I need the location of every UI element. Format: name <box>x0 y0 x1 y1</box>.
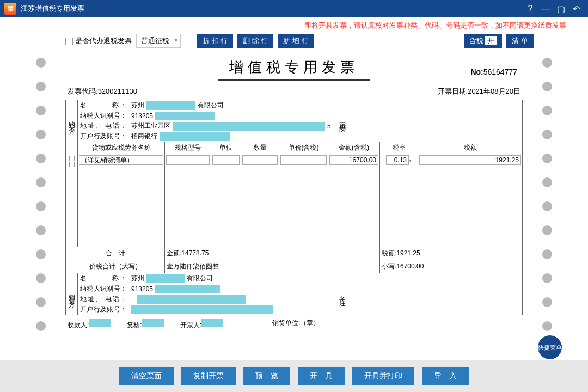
titlebar: 票 江苏增值税专用发票 ? — ▢ ↶ <box>0 0 588 17</box>
caps-value: 壹万陆仟柒佰圆整 <box>165 260 380 273</box>
seller-bank-mask <box>131 305 273 314</box>
warning-text: 即将开具发票，请认真核对发票种类、代码、号码是否一致，如不同请更换纸质发票 <box>0 17 588 32</box>
password-area <box>348 100 522 142</box>
remark-label: 备注 <box>336 273 348 315</box>
tax-type-select[interactable]: 普通征税 <box>136 34 181 48</box>
payee-mask <box>89 318 111 327</box>
items-body: ▾ <box>66 154 522 247</box>
preview-button[interactable]: 预 览 <box>243 367 290 385</box>
maximize-icon[interactable]: ▢ <box>553 1 568 16</box>
delete-row-button[interactable]: 删 除 行 <box>237 34 273 48</box>
total-tax: 税额:1921.25 <box>380 247 522 260</box>
invoice-title: 增值税专用发票 <box>65 52 523 79</box>
item-unit-input[interactable] <box>212 155 240 165</box>
item-tax-input[interactable] <box>419 155 521 165</box>
seller-side-label: 销售方 <box>66 273 78 315</box>
buyer-addr-mask <box>173 122 325 131</box>
password-area-label: 密码区 <box>336 100 348 142</box>
reviewer-mask <box>142 318 164 327</box>
caps-label: 价税合计（大写） <box>66 260 165 273</box>
seller-addr-mask <box>137 295 246 304</box>
bottom-bar: 清空票面 复制开票 预 览 开 具 开具并打印 导 入 <box>0 360 588 392</box>
add-row-button[interactable]: 新 增 行 <box>278 34 314 48</box>
buyer-name-mask <box>146 101 195 110</box>
item-qty-input[interactable] <box>242 155 278 165</box>
window-title: 江苏增值税专用发票 <box>21 4 84 14</box>
issue-print-button[interactable]: 开具并打印 <box>352 367 414 385</box>
buyer-taxid-mask <box>155 112 215 120</box>
clear-button[interactable]: 清空票面 <box>119 367 174 385</box>
discount-row-button[interactable]: 折 扣 行 <box>197 34 233 48</box>
issue-button[interactable]: 开 具 <box>298 367 345 385</box>
seller-taxid-mask <box>155 285 220 293</box>
app-logo-icon: 票 <box>4 3 16 15</box>
invoice-code: 发票代码:3200211130 <box>68 87 137 96</box>
item-spec-input[interactable] <box>166 155 210 165</box>
copy-button[interactable]: 复制开票 <box>181 367 236 385</box>
minimize-icon[interactable]: — <box>538 1 553 16</box>
total-label: 合 计 <box>66 247 165 260</box>
lower-value: 小写:16700.00 <box>380 260 522 273</box>
invoice-date: 开票日期:2021年08月20日 <box>438 87 520 96</box>
item-price-input[interactable] <box>280 155 327 165</box>
list-button[interactable]: 清 单 <box>506 34 534 48</box>
perforation-left <box>36 58 46 331</box>
total-amount: 金额:14778.75 <box>165 247 380 260</box>
buyer-side-label: 购买方 <box>66 100 78 142</box>
help-icon[interactable]: ? <box>523 1 538 16</box>
quick-menu-button[interactable]: 快捷菜单 <box>538 335 562 359</box>
import-button[interactable]: 导 入 <box>422 367 469 385</box>
toolbar: 是否代办退税发票 普通征税 折 扣 行 删 除 行 新 增 行 含税 开 清 单 <box>0 32 588 52</box>
item-rate-input[interactable] <box>386 155 409 165</box>
signatures: 收款人: 复核: 开票人: 销货单位:（章） <box>65 315 523 333</box>
issuer-mask <box>201 318 223 327</box>
perforation-right <box>542 58 552 331</box>
items-header: 货物或应税劳务名称 规格型号 单位 数量 单价(含税) 金额(含税) 税率 税额 <box>66 142 522 154</box>
seller-name-mask <box>146 274 185 283</box>
invoice-number: No:56164777 <box>470 68 517 76</box>
item-amount-input[interactable] <box>329 155 378 165</box>
refund-checkbox[interactable]: 是否代办退税发票 <box>65 36 132 46</box>
row-check[interactable] <box>66 154 78 247</box>
invoice-paper: 增值税专用发票 No:56164777 发票代码:3200211130 开票日期… <box>65 52 523 333</box>
remark-area <box>348 273 522 315</box>
buyer-bank-mask <box>160 132 230 141</box>
item-name-input[interactable] <box>79 155 163 165</box>
tax-included-button[interactable]: 含税 开 <box>464 34 503 48</box>
back-icon[interactable]: ↶ <box>568 1 584 16</box>
